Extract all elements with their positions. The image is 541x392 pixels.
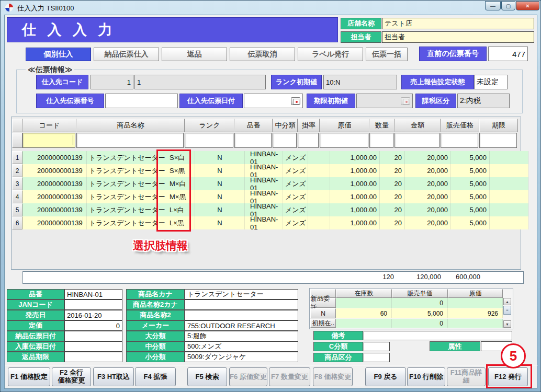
detail-middle-label-2: 商品名称2 [126,310,185,320]
cell-item_no: HINBAN-01 [245,151,283,164]
sales-report-status-label: 売上報告設定状態 [401,75,474,89]
fkey-f3-ht-import[interactable]: F3 HT取込 [93,367,134,386]
fkey-f1-price-set[interactable]: F1 価格設定 [8,367,50,386]
grid-entry-cell-deadline[interactable] [479,133,517,148]
supplier-slip-no-input[interactable] [105,94,178,108]
store-name-label: 店舗名称 [341,18,381,29]
cell-deadline [490,164,528,177]
fkey-f10-row-delete[interactable]: F10 行削除 [407,367,445,386]
minimize-button[interactable]: — [485,1,501,10]
close-button[interactable]: ✕ [516,1,539,10]
detail-left-value-3: 0 [64,320,122,331]
detail-left-label-4: 納品伝票日付 [7,331,64,341]
column-header-deadline[interactable]: 期限 [479,119,518,132]
tab-delivery-slip-purchase[interactable]: 納品伝票仕入 [94,48,159,61]
grid-entry-cell-rate[interactable] [298,133,319,148]
tab-return[interactable]: 返品 [162,48,227,61]
table-row[interactable]: 200000000139トランスデントセーターS×黒NHINBAN-01メンズ1… [22,164,528,177]
total-quantity: 120 [335,273,394,281]
fkey-f11-item-detail: F11商品詳細 [447,367,486,386]
detail-middle-value-5: 500:メンズ [185,341,298,352]
tab-slip-batch[interactable]: 伝票一括 [366,48,408,61]
detail-left-value-2: 2016-01-20 [64,310,122,320]
grid-entry-cell-cost[interactable] [320,133,368,148]
row-number[interactable]: 4 [12,190,22,203]
calendar-icon[interactable] [291,97,300,105]
fkey-f9-back[interactable]: F9 戻る [365,367,406,386]
row-number[interactable]: 1 [12,151,22,164]
tab-label-issue[interactable]: ラベル発行 [298,48,363,61]
stock-cell-cost [448,298,503,308]
sales-report-status-value: 未設定 [474,75,508,89]
cell-rate [308,151,330,164]
stock-cell-cost: 926 [448,308,503,318]
row-number[interactable]: 3 [12,177,22,190]
column-header-mid_class[interactable]: 中分類 [273,119,298,132]
grid-entry-cell-name[interactable] [76,133,184,148]
cell-item_no: HINBAN-01 [245,216,283,229]
deadline-default-input [356,94,413,108]
stock-scroll-down-button[interactable]: ▼ [503,320,511,328]
column-header-cost[interactable]: 原価 [320,119,369,132]
grid-entry-cell-qty[interactable] [369,133,393,148]
grid-entry-code-input[interactable] [22,133,75,148]
detail-middle-value-6: 5009:ダウンジャケ [185,352,298,362]
supplier-slip-date-input[interactable] [244,94,303,108]
staff-field: 担当者 [382,31,534,43]
detail-middle-value-1 [185,299,298,310]
title-bar[interactable]: 仕入入力 TSII0100 — ▢ ✕ [1,1,540,15]
choice-info-annotation-label: 選択肢情報 [133,238,188,253]
grid-entry-cell-price[interactable] [441,133,478,148]
cell-rank: N [195,151,245,164]
stock-scroll-thumb[interactable]: ≡ [503,306,511,315]
column-header-code[interactable]: コード [22,119,76,132]
table-row[interactable]: 200000000139トランスデントセーターM×黒NHINBAN-01メンズ1… [22,190,528,203]
item-division-field[interactable] [364,353,390,362]
function-bar-divider [5,365,537,366]
tab-slip-cancel[interactable]: 伝票取消 [230,48,295,61]
cell-amount: 20,000 [405,216,451,229]
column-header-rate[interactable]: 掛率 [298,119,320,132]
fkey-f4-extend[interactable]: F4 拡張 [135,367,176,386]
table-row[interactable]: 200000000139トランスデントセーターL×黒NHINBAN-01メンズ1… [22,216,528,229]
row-number[interactable]: 6 [12,216,22,229]
table-row[interactable]: 200000000139トランスデントセーターS×白NHINBAN-01メンズ1… [22,151,528,164]
cell-cost: 1,000.00 [330,203,380,216]
detail-middle-label-1: 商品名称2カナ [126,299,185,310]
column-header-qty[interactable]: 数量 [369,119,395,132]
product-name: トランスデントセーター [87,153,165,163]
grid-entry-cell-item_no[interactable] [234,133,272,148]
close-icon: ✕ [525,3,529,9]
cell-rank: N [195,177,245,190]
column-header-amount[interactable]: 金額 [395,119,441,132]
fkey-f5-search[interactable]: F5 検索 [187,367,227,386]
column-header-name[interactable]: 商品名称 [76,119,185,132]
maximize-button[interactable]: ▢ [501,1,515,10]
cell-qty: 20 [380,164,405,177]
cell-code: 200000000139 [33,177,87,190]
stock-scroll-up-button[interactable]: ▲ [503,298,511,305]
stock-cell-stock: 60 [336,308,392,318]
supplier-slip-no-label: 仕入先伝票番号 [36,94,104,108]
grid-entry-cell-amount[interactable] [395,133,439,148]
cell-price: 5,000 [451,190,490,203]
grid-entry-cell-mid_class[interactable] [273,133,297,148]
grid-entry-cell-rank[interactable] [185,133,233,148]
detail-middle-label-6: 小分類 [126,352,185,362]
cell-qty: 20 [380,177,405,190]
product-name: トランスデントセーター [87,218,165,228]
fkey-f2-all-rows-price-change[interactable]: F2 全行 価格変更 [52,367,91,386]
cell-rate [308,164,330,177]
column-header-price[interactable]: 販売価格 [441,119,479,132]
column-header-item_no[interactable]: 品番 [234,119,273,132]
supplier-code-field[interactable]: 1 [91,75,133,89]
table-row[interactable]: 200000000139トランスデントセーターL×白NHINBAN-01メンズ1… [22,203,528,216]
row-number[interactable]: 2 [12,164,22,177]
table-row[interactable]: 200000000139トランスデントセーターM×白NHINBAN-01メンズ1… [22,177,528,190]
column-header-rank[interactable]: ランク [185,119,234,132]
row-number[interactable]: 5 [12,203,22,216]
note-field[interactable] [364,331,512,340]
c-class-field[interactable] [364,342,390,351]
cell-mid_class: メンズ [283,190,308,203]
tab-individual-purchase[interactable]: 個別仕入 [26,48,91,61]
